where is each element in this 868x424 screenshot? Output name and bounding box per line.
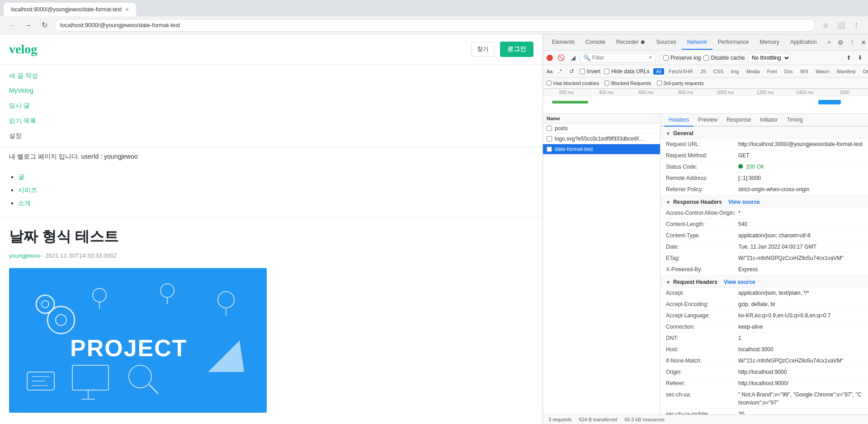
filter-input[interactable] bbox=[592, 55, 646, 61]
blocked-requests-checkbox[interactable] bbox=[604, 80, 609, 85]
main-area: velog 찾기 로그인 새 글 작성 MyVelog 임시 글 읽기 목록 설… bbox=[0, 34, 868, 424]
import-button[interactable]: ⬆ bbox=[844, 53, 853, 62]
details-tab-headers[interactable]: Headers bbox=[664, 114, 693, 127]
blocked-requests-label[interactable]: Blocked Requests bbox=[604, 80, 651, 86]
filter-img[interactable]: Img bbox=[728, 68, 741, 75]
devtools-tab-performance[interactable]: Performance bbox=[712, 35, 755, 50]
nav-reading-list[interactable]: 임시 글 bbox=[9, 98, 533, 113]
filter-wasm[interactable]: Wasm bbox=[813, 68, 832, 75]
request-header-if-none-match: If-None-Match: W/"21c-mfoNGPQzCcxHZllo5u… bbox=[660, 355, 868, 367]
devtools-tab-recorder[interactable]: Recorder ⏺ bbox=[611, 35, 651, 50]
search-icon: 🔍 bbox=[583, 54, 590, 61]
host-key: Host: bbox=[666, 345, 738, 353]
request-checkbox-date-format[interactable] bbox=[547, 146, 552, 152]
view-source-link-response[interactable]: View source bbox=[728, 199, 760, 205]
devtools-tab-console[interactable]: Console bbox=[580, 35, 611, 50]
clear-button[interactable]: 🚫 bbox=[556, 53, 566, 62]
post-author-link[interactable]: youngjewoo bbox=[9, 252, 40, 259]
request-item-posts[interactable]: posts bbox=[543, 123, 660, 134]
login-button[interactable]: 로그인 bbox=[500, 42, 533, 57]
x-powered-by-val: Express bbox=[738, 265, 758, 273]
nav-settings[interactable]: 설정 bbox=[9, 128, 533, 143]
devtools-tab-network[interactable]: Network bbox=[682, 35, 712, 50]
filter-font[interactable]: Font bbox=[764, 68, 780, 75]
devtools-close-icon[interactable]: ✕ bbox=[859, 37, 868, 48]
hide-data-urls-label[interactable]: Hide data URLs bbox=[604, 68, 650, 75]
devtools-tab-elements[interactable]: Elements bbox=[547, 35, 580, 50]
tab-close-icon[interactable]: × bbox=[125, 6, 129, 13]
forward-button[interactable]: → bbox=[22, 19, 34, 32]
svg-text:PROJECT: PROJECT bbox=[70, 335, 188, 361]
invert-label[interactable]: Invert bbox=[580, 68, 600, 75]
filter-clear-icon[interactable]: ✕ bbox=[648, 55, 652, 61]
request-item-date-format[interactable]: date-format-test bbox=[543, 144, 660, 155]
timeline-blue-bar bbox=[818, 100, 841, 104]
has-blocked-checkbox[interactable] bbox=[547, 80, 552, 85]
filter-manifest[interactable]: Manifest bbox=[834, 68, 859, 75]
status-dot-icon bbox=[738, 164, 743, 169]
back-button[interactable]: ← bbox=[5, 19, 18, 32]
response-header-date: Date: Tue, 11 Jan 2022 04:00:17 GMT bbox=[660, 241, 868, 253]
devtools-more-icon[interactable]: ⋮ bbox=[847, 37, 857, 48]
nav-new-post[interactable]: 새 글 작성 bbox=[9, 68, 533, 83]
filter-other[interactable]: Other bbox=[860, 68, 868, 75]
export-button[interactable]: ⬇ bbox=[856, 53, 864, 62]
invert-checkbox[interactable] bbox=[580, 69, 585, 74]
regex-button[interactable]: .* bbox=[556, 67, 564, 75]
hide-data-urls-text: Hide data URLs bbox=[611, 68, 650, 75]
x-powered-by-key: X-Powered-By: bbox=[666, 265, 738, 273]
filter-media[interactable]: Media bbox=[744, 68, 763, 75]
reload-button[interactable]: ↻ bbox=[38, 19, 51, 32]
bookmark-button[interactable]: ☆ bbox=[819, 19, 832, 32]
filter-css[interactable]: CSS bbox=[711, 68, 726, 75]
details-tab-initiator[interactable]: Initiator bbox=[755, 114, 782, 127]
request-checkbox-logo[interactable] bbox=[547, 136, 552, 141]
has-blocked-label[interactable]: Has blocked cookies bbox=[547, 80, 599, 86]
filter-all[interactable]: All bbox=[653, 68, 664, 75]
user-link-series[interactable]: 시리즈 bbox=[18, 184, 533, 197]
preserve-log-label[interactable]: Preserve log bbox=[663, 55, 701, 61]
devtools-tab-sources[interactable]: Sources bbox=[651, 35, 682, 50]
third-party-label[interactable]: 3rd-party requests bbox=[657, 80, 704, 86]
details-tab-response[interactable]: Response bbox=[722, 114, 755, 127]
disable-cache-label[interactable]: Disable cache bbox=[703, 55, 745, 61]
nav-myvelog[interactable]: MyVelog bbox=[9, 83, 533, 98]
record-button[interactable] bbox=[547, 55, 553, 61]
request-checkbox-posts[interactable] bbox=[547, 126, 552, 131]
request-header-origin: Origin: http://localhost:9000 bbox=[660, 367, 868, 378]
details-panel: Headers Preview Response Initiator Timin… bbox=[660, 114, 868, 415]
devtools-tab-memory[interactable]: Memory bbox=[755, 35, 785, 50]
request-header-sec-ch-ua: sec-ch-ua: " Not;A Brand";v="99", "Googl… bbox=[660, 389, 868, 409]
request-item-logo[interactable]: logo.svg?e55cc0c1edf9f933dbce6f84eb63763… bbox=[543, 134, 660, 144]
page-content: velog 찾기 로그인 새 글 작성 MyVelog 임시 글 읽기 목록 설… bbox=[0, 34, 542, 424]
project-svg: PROJECT bbox=[9, 268, 267, 413]
devtools-tab-application[interactable]: Application bbox=[785, 35, 822, 50]
view-source-link-request[interactable]: View source bbox=[724, 279, 755, 285]
preserve-log-checkbox[interactable] bbox=[663, 55, 669, 61]
case-button[interactable]: ↺ bbox=[567, 67, 576, 75]
details-tab-timing[interactable]: Timing bbox=[782, 114, 807, 127]
extensions-button[interactable]: ⬜ bbox=[835, 19, 847, 32]
throttling-select[interactable]: No throttling bbox=[748, 53, 791, 63]
request-name-logo: logo.svg?e55cc0c1edf9f933dbce6f84eb63763… bbox=[555, 136, 645, 142]
details-tab-preview[interactable]: Preview bbox=[693, 114, 722, 127]
network-toolbar: 🚫 ◢ 🔍 ✕ Preserve log Disable cache bbox=[543, 51, 868, 65]
resources-size: 65.5 kB resources bbox=[624, 417, 665, 422]
address-bar[interactable]: localhost:9000/@youngjewoo/date-format-t… bbox=[54, 19, 816, 32]
nav-temp[interactable]: 읽기 목록 bbox=[9, 113, 533, 128]
menu-button[interactable]: ⋮ bbox=[850, 19, 863, 32]
disable-cache-checkbox[interactable] bbox=[703, 55, 709, 61]
hide-data-urls-checkbox[interactable] bbox=[604, 69, 609, 74]
third-party-checkbox[interactable] bbox=[657, 80, 662, 85]
filter-js[interactable]: JS bbox=[698, 68, 709, 75]
browser-tab[interactable]: localhost:9000/@youngjewoo/date-format-t… bbox=[4, 3, 136, 16]
user-link-posts[interactable]: 글 bbox=[18, 170, 533, 184]
filter-fetch-xhr[interactable]: Fetch/XHR bbox=[666, 68, 696, 75]
devtools-settings-icon[interactable]: ⚙ bbox=[836, 37, 845, 48]
filter-icon[interactable]: ◢ bbox=[569, 53, 577, 62]
search-button[interactable]: 찾기 bbox=[471, 42, 495, 57]
user-link-about[interactable]: 소개 bbox=[18, 197, 533, 210]
filter-ws[interactable]: WS bbox=[797, 68, 811, 75]
devtools-tab-more[interactable]: » bbox=[822, 35, 836, 50]
filter-doc[interactable]: Doc bbox=[782, 68, 796, 75]
